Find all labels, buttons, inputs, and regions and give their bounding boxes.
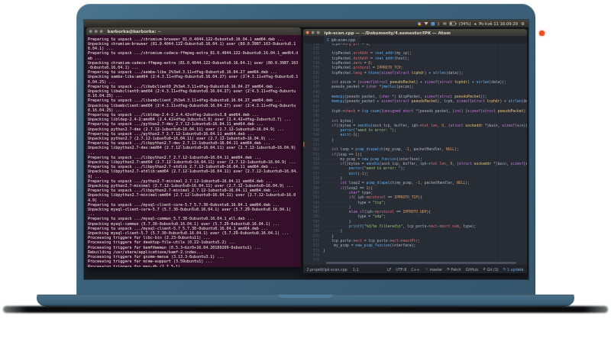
status-line-ending[interactable]: LF	[387, 267, 391, 272]
network-icon[interactable]	[424, 22, 428, 25]
close-icon[interactable]	[306, 31, 310, 34]
notification-dot	[539, 31, 545, 36]
chromium-updater-icon[interactable]	[417, 22, 421, 26]
tab-bar: C ipk-scan.cpp	[303, 36, 527, 43]
atom-window: ipk-scan.cpp — ~/Dokumenty/4.semester/IP…	[303, 29, 527, 273]
status-file-path[interactable]: 2.projekt/ipk-scan.cpp	[307, 267, 348, 272]
horizontal-scrollbar[interactable]	[326, 263, 516, 264]
minimize-icon[interactable]	[312, 31, 315, 34]
atom-title: ipk-scan.cpp — ~/Dokumenty/4.semester/IP…	[325, 30, 451, 35]
status-github-button[interactable]: GitHub	[466, 267, 479, 272]
minimize-icon[interactable]	[95, 30, 99, 34]
status-bar: 2.projekt/ipk-scan.cpp 1:1 LF UTF-8 C++ …	[303, 265, 527, 273]
status-fetch-button[interactable]: ⟳Fetch	[447, 267, 461, 272]
maximize-icon[interactable]	[317, 31, 321, 34]
close-icon[interactable]	[89, 30, 93, 34]
terminal-title: barborka@barborka: ~	[108, 29, 162, 34]
terminal-output: Preparing to unpack .../chromium-browser…	[88, 37, 299, 267]
terminal-titlebar[interactable]: barborka@barborka: ~	[86, 27, 301, 35]
code-editor[interactable]: 530 tcph->urg_ptr = 0;531532 tcpPacket.s…	[303, 43, 527, 265]
branch-icon: ⌥	[425, 267, 428, 271]
software-updater-icon[interactable]	[431, 22, 435, 26]
status-git-branch[interactable]: ⌥master	[425, 267, 443, 272]
mail-icon[interactable]: ✉	[443, 21, 447, 26]
bluetooth-icon[interactable]: ᛒ	[438, 21, 440, 26]
fetch-icon: ⟳	[447, 267, 450, 271]
code-lines: 530 tcph->urg_ptr = 0;531532 tcpPacket.s…	[303, 43, 527, 263]
terminal-body[interactable]: Preparing to unpack .../chromium-browser…	[86, 35, 301, 267]
trackpad-notch	[277, 295, 334, 299]
c-language-icon: C	[327, 38, 329, 43]
atom-titlebar[interactable]: ipk-scan.cpp — ~/Dokumenty/4.semester/IP…	[303, 29, 527, 36]
battery-percentage[interactable]: (34%)	[459, 21, 471, 26]
tab-ipk-scan[interactable]: C ipk-scan.cpp	[324, 36, 360, 43]
status-cursor-position[interactable]: 1:1	[353, 267, 359, 272]
status-encoding[interactable]: UTF-8	[396, 267, 406, 272]
gear-icon[interactable]: ⚙	[521, 21, 525, 26]
status-right: LF UTF-8 C++ ⌥master ⟳Fetch GitHub ⇵Git …	[387, 267, 524, 272]
status-update-badge[interactable]: ↻1 update	[503, 267, 524, 272]
battery-icon[interactable]	[450, 22, 456, 26]
laptop-shadow	[3, 306, 608, 313]
tab-label: ipk-scan.cpp	[331, 38, 356, 43]
git-diff-icon: ⇵	[483, 267, 486, 271]
ubuntu-desktop: ᛒ ✉ (34%) ◂ Po kvě 11 16:09:29 ⚙ barbork…	[84, 20, 529, 279]
update-icon: ↻	[503, 267, 506, 271]
top-panel: ᛒ ✉ (34%) ◂ Po kvě 11 16:09:29 ⚙	[84, 20, 529, 27]
laptop-screen: ᛒ ✉ (34%) ◂ Po kvě 11 16:09:29 ⚙ barbork…	[84, 20, 529, 279]
terminal-window: barborka@barborka: ~ Preparing to unpack…	[86, 27, 301, 267]
status-language[interactable]: C++	[411, 267, 419, 272]
maximize-icon[interactable]	[100, 30, 104, 34]
laptop-mockup: ᛒ ✉ (34%) ◂ Po kvě 11 16:09:29 ⚙ barbork…	[0, 0, 611, 364]
system-tray: ᛒ ✉ (34%) ◂ Po kvě 11 16:09:29 ⚙	[417, 21, 529, 26]
status-git-changes[interactable]: ⇵Git (3)	[483, 267, 499, 272]
volume-icon[interactable]: ◂	[474, 21, 476, 26]
clock[interactable]: Po kvě 11 16:09:29	[479, 21, 518, 26]
